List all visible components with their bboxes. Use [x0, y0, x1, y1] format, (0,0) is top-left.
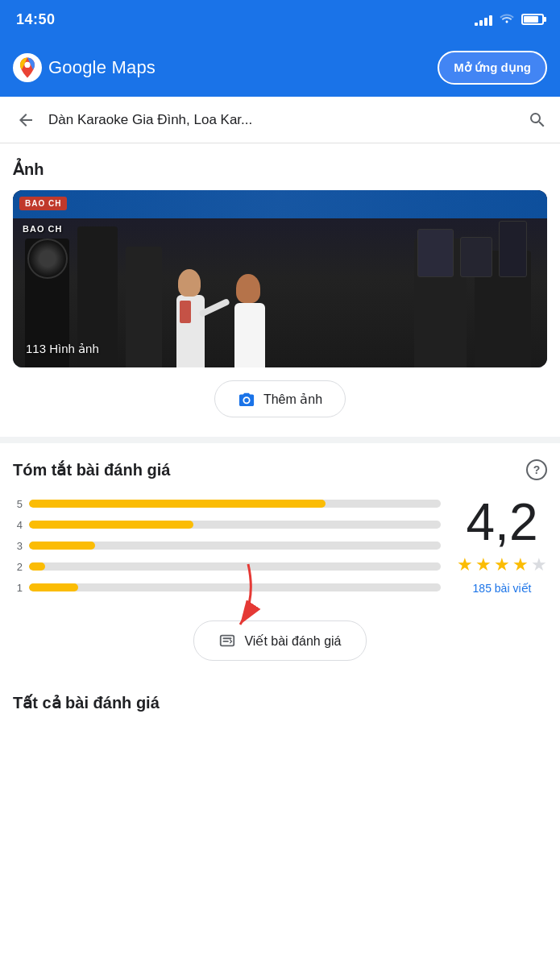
camera-icon: [238, 391, 255, 407]
review-content: 5 4 3 2: [13, 496, 547, 601]
section-divider: [0, 437, 560, 443]
bar-row-5: 5: [13, 496, 441, 511]
svg-point-1: [24, 62, 30, 68]
maps-pin-icon: [13, 53, 42, 82]
star-2: ★: [475, 554, 492, 575]
star-1: ★: [457, 554, 473, 575]
help-icon[interactable]: ?: [526, 459, 547, 480]
wifi-icon: [499, 11, 515, 28]
maps-title: Google Maps: [48, 57, 156, 78]
maps-logo: Google Maps: [13, 53, 156, 82]
open-app-button[interactable]: Mở ứng dụng: [438, 51, 547, 85]
rating-summary: 4,2 ★ ★ ★ ★ ★ 185 bài viết: [457, 496, 547, 595]
bottom-section: Tất cả bài đánh giá: [13, 693, 547, 732]
main-content: Ảnh BAO CH: [0, 143, 560, 732]
review-header: Tóm tắt bài đánh giá ?: [13, 459, 547, 480]
nav-bar: Dàn Karaoke Gia Đình, Loa Kar...: [0, 97, 560, 143]
battery-icon: [521, 14, 544, 25]
bar-row-4: 4: [13, 517, 441, 532]
review-section: Tóm tắt bài đánh giá ? 5 4: [13, 459, 547, 693]
photos-section: Ảnh BAO CH: [13, 160, 547, 417]
star-3: ★: [494, 554, 510, 575]
review-count[interactable]: 185 bài viết: [457, 582, 547, 595]
write-review-section: Viết bài đánh giá: [13, 620, 547, 661]
photo-placeholder: BAO CH: [13, 190, 547, 367]
bar-row-3: 3: [13, 538, 441, 553]
back-button[interactable]: [13, 107, 39, 133]
maps-header: Google Maps Mở ứng dụng: [0, 39, 560, 97]
red-arrow: [208, 560, 272, 633]
photos-title: Ảnh: [13, 160, 547, 179]
add-photo-label: Thêm ảnh: [263, 392, 322, 407]
photo-count-badge: 113 Hình ảnh: [26, 342, 99, 356]
star-5: ★: [531, 554, 547, 575]
status-time: 14:50: [16, 11, 56, 28]
add-photo-button[interactable]: Thêm ảnh: [214, 380, 346, 417]
write-review-label: Viết bài đánh giá: [244, 633, 341, 649]
star-4: ★: [512, 554, 529, 575]
review-section-title: Tóm tắt bài đánh giá: [13, 460, 170, 479]
signal-icon: [475, 13, 492, 26]
status-icons: [475, 11, 544, 28]
search-button[interactable]: [528, 110, 547, 130]
all-reviews-title: Tất cả bài đánh giá: [13, 693, 547, 712]
rating-number: 4,2: [457, 496, 547, 548]
status-bar: 14:50: [0, 0, 560, 39]
photo-container[interactable]: BAO CH: [13, 190, 547, 367]
photo-scene: BAO CH: [13, 190, 547, 367]
nav-title: Dàn Karaoke Gia Đình, Loa Kar...: [48, 112, 518, 128]
svg-point-2: [244, 398, 248, 402]
stars-row: ★ ★ ★ ★ ★: [457, 554, 547, 575]
add-photo-section: Thêm ảnh: [13, 380, 547, 417]
write-review-icon: [218, 632, 236, 650]
